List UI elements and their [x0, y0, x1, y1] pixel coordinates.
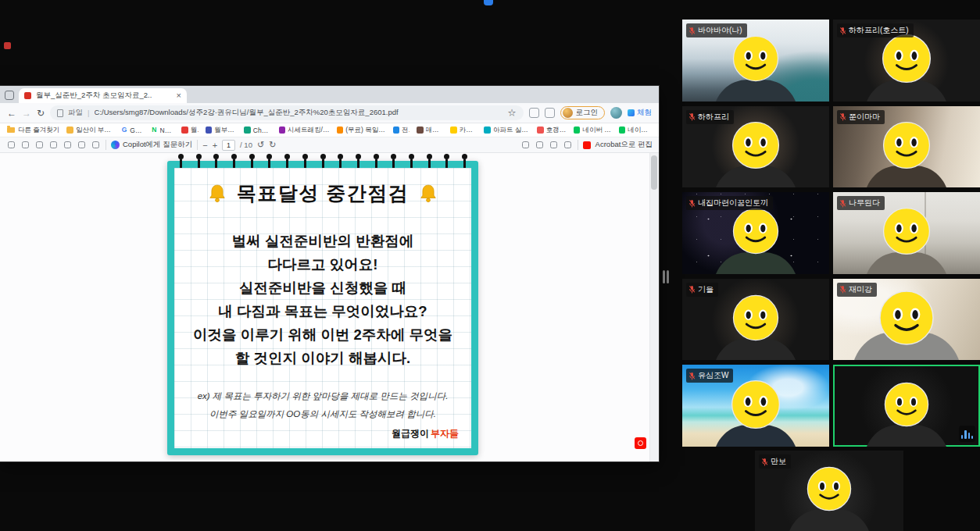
acrobat-floating-icon[interactable] [635, 437, 646, 449]
bookmark-favicon [574, 127, 581, 134]
login-button[interactable]: 로그인 [560, 106, 606, 119]
bookmark-item[interactable]: 네이버 지도 [619, 126, 652, 135]
binder-pin [320, 154, 326, 169]
draw-icon[interactable] [63, 140, 73, 150]
bookmark-label: 호갱노노.. [546, 126, 567, 135]
refresh-icon[interactable]: ↻ [37, 109, 45, 118]
participant-silhouette [864, 425, 949, 447]
zoom-out-button[interactable]: − [202, 141, 207, 150]
search-icon[interactable] [20, 140, 30, 150]
bookmark-item[interactable]: 매물일정 [417, 126, 443, 135]
zoom-in-button[interactable]: + [213, 141, 217, 150]
rotate-right-button[interactable]: ↻ [269, 140, 276, 150]
bookmark-item[interactable]: 일산이 부자가 되.. [66, 126, 113, 135]
bookmark-label: 카카오맵 [460, 126, 477, 135]
profile-avatar[interactable] [610, 107, 622, 119]
smiley-face-overlay [882, 120, 932, 170]
read-aloud-icon[interactable] [520, 140, 531, 150]
bookmark-item[interactable]: 전달 [393, 126, 410, 135]
participant-tile[interactable]: 유심조W [682, 365, 829, 447]
bookmark-item[interactable]: 월부 [181, 126, 198, 135]
participant-tile[interactable]: 재미강 [833, 279, 980, 361]
participant-tile[interactable]: 기을 [682, 279, 829, 361]
bookmark-item[interactable]: G Google [121, 127, 144, 134]
select-tool-icon[interactable] [48, 140, 59, 150]
bookmark-item[interactable]: N NAVER [151, 127, 174, 134]
doc-example-line: 이번주 일요일까지 OO동의 시세지도 작성해보려 합니다. [198, 405, 449, 423]
tab-close-icon[interactable]: × [177, 91, 181, 100]
participant-name-badge: 유심조W [686, 369, 733, 383]
doc-body-line: 내 다짐과 목표는 무엇이었나요? [193, 300, 452, 323]
participant-tile-bottom[interactable]: 만보 [755, 451, 903, 531]
browser-tab[interactable]: 월부_실준반_2주차 초모임자료_2.. × [19, 88, 187, 103]
url-input[interactable]: 파일 | C:/Users/smg87/Downloads/성주2강·권유디님/… [50, 105, 523, 120]
save-icon[interactable] [549, 140, 559, 150]
participant-name: 유심조W [698, 370, 728, 381]
trial-button[interactable]: 체험 [628, 108, 652, 118]
participant-tile[interactable] [833, 365, 980, 447]
participant-tile[interactable]: 쭌이마마 [833, 106, 980, 188]
more-icon[interactable] [563, 140, 573, 150]
bookmark-label: Google [130, 127, 144, 134]
doc-example-line: ex) 제 목표는 투자하기 위한 앞마당을 제대로 만드는 것입니다. [198, 387, 449, 405]
pdf-scrollbar-thumb[interactable] [651, 155, 657, 190]
bookmark-item[interactable]: 네이버 부동산 [574, 126, 612, 135]
pdf-scrollbar[interactable] [649, 153, 659, 462]
page-number-input[interactable]: 1 [222, 140, 235, 151]
participant-name: 하하프리(호스트) [849, 25, 909, 36]
tab-list-icon[interactable] [5, 91, 14, 100]
favorite-star-icon[interactable]: ☆ [508, 107, 517, 119]
split-screen-icon[interactable] [529, 108, 539, 118]
highlight-icon[interactable] [77, 140, 87, 150]
bookmark-item[interactable]: 호갱노노.. [537, 126, 567, 135]
panel-resize-handle[interactable] [663, 270, 669, 283]
participant-name: 기을 [698, 284, 714, 295]
smiley-face-overlay [881, 33, 932, 84]
bookmark-favicon: G [121, 127, 128, 134]
participant-tile[interactable]: 하하프리 [682, 106, 829, 188]
participant-name-badge: 만보 [759, 454, 791, 469]
participant-tile[interactable]: 바야바야(나) [682, 20, 829, 102]
bookmark-item[interactable]: 카카오맵 [450, 126, 477, 135]
participant-tile[interactable]: 나무된다 [833, 192, 980, 274]
participant-name: 바야바야(나) [698, 25, 742, 36]
rotate-left-button[interactable]: ↺ [257, 140, 264, 150]
bookmark-favicon [181, 127, 188, 134]
hand-tool-icon[interactable] [34, 140, 45, 150]
mic-muted-icon [689, 112, 696, 121]
participant-tile[interactable]: 하하프리(호스트) [833, 20, 980, 102]
binder-pin [444, 154, 449, 169]
bookmark-item[interactable]: (무료) 목일실이용.. [337, 126, 386, 135]
doc-example-text: ex) 제 목표는 투자하기 위한 앞마당을 제대로 만드는 것입니다.이번주 … [198, 387, 449, 423]
bookmark-label: 월부클래스 [214, 126, 237, 135]
bookmark-label: 전달 [402, 126, 410, 135]
copilot-button[interactable]: Copilot에게 질문하기 [111, 140, 192, 150]
bookmark-item[interactable]: 아파트 실거래가.. [484, 126, 530, 135]
file-icon [57, 109, 63, 117]
binder-pin [409, 154, 414, 169]
menu-icon[interactable] [6, 140, 16, 150]
bookmark-favicon [417, 127, 424, 134]
participant-tile[interactable]: 내집마련이꿈인토끼 [682, 192, 829, 274]
bookmark-label: 월부 [191, 126, 199, 135]
other-bookmarks-button[interactable]: 다른 즐겨찾기 [7, 126, 59, 135]
bookmark-item[interactable]: 월부클래스 [206, 126, 238, 135]
mic-muted-icon [689, 285, 696, 294]
notebook-binding [178, 154, 467, 169]
bookmark-item[interactable]: ChatGPT [244, 127, 271, 134]
print-icon[interactable] [535, 140, 545, 150]
bookmark-label: 일산이 부자가 되.. [76, 126, 114, 135]
back-icon[interactable]: ← [7, 109, 16, 118]
tab-title: 월부_실준반_2주차 초모임자료_2.. [36, 91, 172, 101]
participant-name: 쭌이마마 [849, 112, 880, 123]
toolbar-separator [106, 140, 106, 150]
erase-icon[interactable] [91, 140, 101, 150]
copilot-label: Copilot에게 질문하기 [123, 140, 192, 150]
collections-icon[interactable] [545, 108, 555, 118]
acrobat-edit-button[interactable]: Acrobat으로 편집 [596, 140, 653, 150]
pdf-viewer: 목표달성 중간점검 벌써 실전준비반의 반환점에다다르고 있어요!실전준비반을 … [0, 153, 659, 462]
forward-icon[interactable]: → [22, 109, 31, 118]
bookmark-item[interactable]: 시세트래킹/가우리.. [279, 126, 330, 135]
binder-pin [427, 154, 432, 169]
address-bar: ← → ↻ 파일 | C:/Users/smg87/Downloads/성주2강… [0, 103, 659, 123]
